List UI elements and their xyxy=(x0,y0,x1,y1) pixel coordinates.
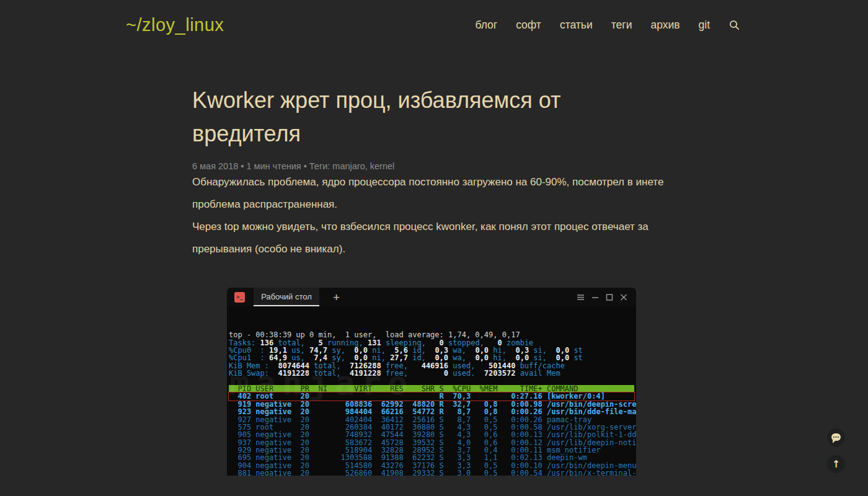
nav-item-tags[interactable]: теги xyxy=(611,19,632,32)
tag-link[interactable]: kernel xyxy=(370,161,395,171)
terminal-tab: Рабочий стол xyxy=(254,288,319,306)
paragraph: Через top можно увидеть, что взбесился п… xyxy=(192,216,671,260)
close-icon xyxy=(620,294,627,301)
window-controls xyxy=(577,294,627,301)
main-nav: блог софт статьи теги архив git xyxy=(475,19,740,32)
process-row: 905 negative 20 748932 47544 39280 S 4,3… xyxy=(229,431,634,438)
terminal-screenshot: >_ Рабочий стол + manjaro top - 00:38: xyxy=(227,288,636,476)
paragraph: Обнаружилась проблема, ядро процессора п… xyxy=(192,171,671,216)
arrow-up-icon: ↑ xyxy=(832,458,840,470)
comments-icon xyxy=(831,433,841,441)
menu-icon xyxy=(577,294,585,301)
site-header: ~/zloy_linux блог софт статьи теги архив… xyxy=(0,0,868,50)
post-content: Kworker жрет проц, избавляемся от вредит… xyxy=(192,84,671,476)
nav-item-blog[interactable]: блог xyxy=(475,19,497,32)
maximize-icon xyxy=(606,294,613,301)
minimize-icon xyxy=(591,294,599,301)
search-button[interactable] xyxy=(728,19,740,31)
tag-link[interactable]: manjaro xyxy=(332,161,365,171)
post-meta: 6 мая 2018 • 1 мин чтения • Теги: manjar… xyxy=(192,161,671,171)
scroll-top-button[interactable]: ↑ xyxy=(827,455,845,473)
site-logo[interactable]: ~/zloy_linux xyxy=(126,15,224,35)
comments-button[interactable] xyxy=(827,428,845,446)
terminal-titlebar: >_ Рабочий стол + xyxy=(227,288,636,306)
process-row: 881 negative 20 526860 41908 29332 S 3,0… xyxy=(229,469,634,476)
nav-item-soft[interactable]: софт xyxy=(516,19,541,32)
terminal-output: manjaro top - 00:38:39 up 0 min, 1 user,… xyxy=(227,306,636,476)
top-summary-line: KiB Swap: 4191228 total, 4191228 free, 0… xyxy=(229,370,634,377)
new-tab-plus-icon: + xyxy=(333,291,340,303)
process-row: 923 negative 20 984404 66216 54772 R 8,7… xyxy=(229,408,634,415)
nav-item-archive[interactable]: архив xyxy=(650,19,680,32)
process-row-highlighted: 402 root 20 R 70,3 0:27.16 [kworker/0:4] xyxy=(229,392,634,400)
process-row: 695 negative 20 1303588 91388 62232 S 3,… xyxy=(229,454,634,461)
terminal-app-icon: >_ xyxy=(234,292,245,303)
nav-item-articles[interactable]: статьи xyxy=(560,19,593,32)
nav-item-git[interactable]: git xyxy=(699,19,710,32)
post-date: 6 мая 2018 • 1 мин чтения • Теги: manjar… xyxy=(192,161,394,171)
page-title: Kworker жрет проц, избавляемся от вредит… xyxy=(192,84,671,151)
search-icon xyxy=(728,19,740,31)
